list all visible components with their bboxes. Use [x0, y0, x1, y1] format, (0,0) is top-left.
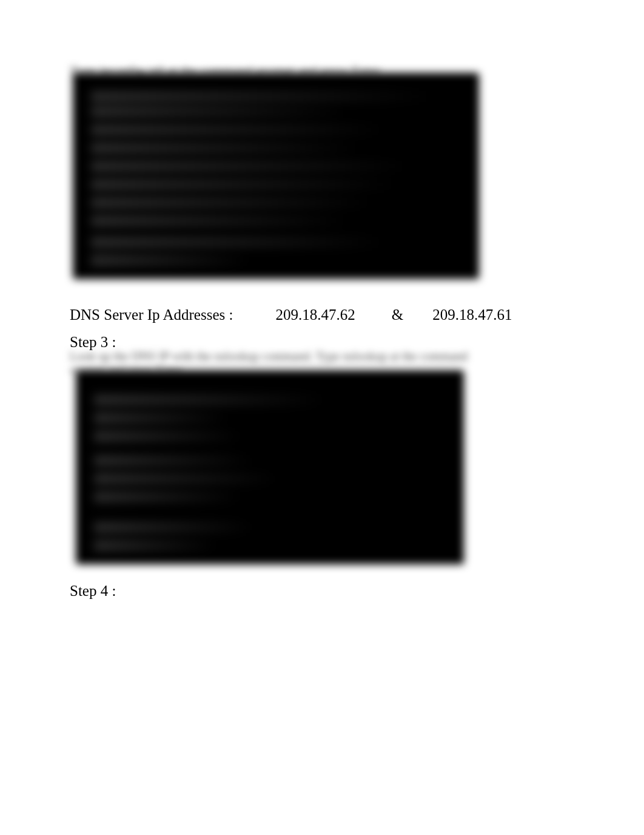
document-page: Type ipconfig /all at the command prompt…	[0, 0, 644, 835]
dns-ip-2: 209.18.47.61	[432, 306, 512, 323]
caption-above-terminal-2: Look up the DNS IP with the nslookup com…	[70, 349, 488, 373]
step-3-heading: Step 3 :	[70, 334, 116, 351]
step-4-heading: Step 4 :	[70, 583, 116, 600]
terminal-screenshot-2	[76, 370, 464, 564]
dns-ampersand: &	[392, 306, 403, 323]
dns-address-line: DNS Server Ip Addresses : 209.18.47.62 &…	[70, 306, 512, 323]
dns-ip-1: 209.18.47.62	[275, 306, 355, 323]
terminal-screenshot-1	[73, 73, 479, 279]
dns-label: DNS Server Ip Addresses :	[70, 306, 233, 323]
